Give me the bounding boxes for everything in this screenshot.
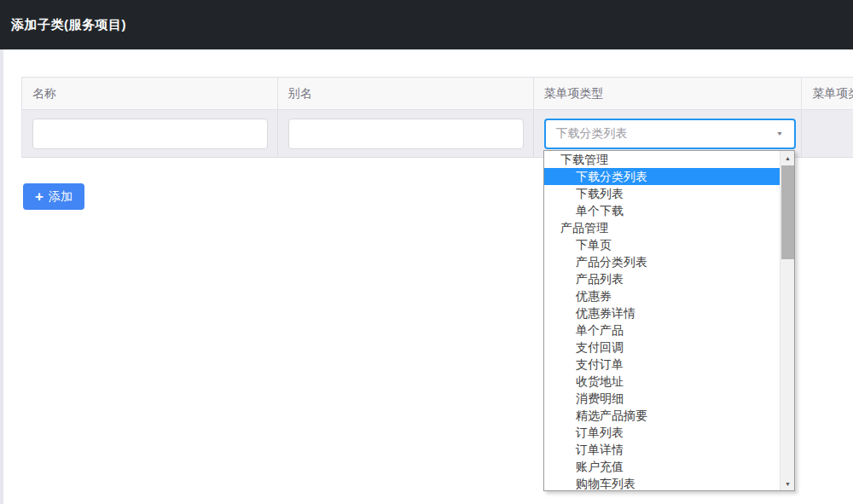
dropdown-item[interactable]: 下载管理 — [544, 151, 780, 168]
dropdown-item[interactable]: 订单详情 — [544, 441, 780, 458]
dropdown-item-label: 下单页 — [576, 238, 612, 252]
scrollbar-thumb[interactable] — [781, 165, 794, 259]
menu-type-select[interactable]: 下载分类列表 ▼ — [544, 119, 796, 149]
chevron-down-icon: ▼ — [776, 130, 784, 137]
menu-type-select-value: 下载分类列表 — [556, 126, 628, 142]
dropdown-item[interactable]: 单个下载 — [544, 202, 780, 219]
dropdown-item-label: 下载列表 — [576, 187, 624, 200]
dropdown-item-label: 优惠券 — [576, 289, 612, 303]
dropdown-item-label: 单个产品 — [576, 323, 624, 337]
column-header-menu-item-type-2: 菜单项类型 — [802, 78, 853, 109]
dropdown-item-label: 支付回调 — [576, 340, 624, 354]
dropdown-item-label: 订单列表 — [576, 426, 624, 439]
column-header-name: 名称 — [22, 78, 278, 109]
add-button[interactable]: + 添加 — [23, 183, 84, 210]
dropdown-item-label: 下载分类列表 — [576, 170, 647, 183]
scroll-up-icon[interactable]: ▲ — [780, 151, 795, 165]
dropdown-item[interactable]: 购物车列表 — [544, 475, 780, 490]
dropdown-item[interactable]: 订单列表 — [544, 424, 780, 441]
dropdown-item[interactable]: 支付订单 — [544, 356, 780, 373]
dropdown-item-label: 订单详情 — [576, 443, 624, 456]
dropdown-item-label: 产品管理 — [560, 221, 608, 235]
menu-type-dropdown: 下载管理 下载分类列表 下载列表 单个下载 产品管理 下单页 产品分类列表 产品… — [543, 150, 795, 491]
table-header-row: 名称 别名 菜单项类型 菜单项类型 — [22, 77, 853, 110]
dropdown-item-label: 优惠券详情 — [576, 306, 635, 320]
dropdown-item[interactable]: 收货地址 — [544, 373, 780, 390]
subcategory-form-table: 名称 别名 菜单项类型 菜单项类型 下载分类列表 ▼ — [21, 77, 853, 158]
dropdown-item-label: 消费明细 — [576, 391, 624, 405]
dropdown-item[interactable]: 精选产品摘要 — [544, 407, 780, 424]
alias-input[interactable] — [288, 119, 524, 149]
alias-cell — [278, 110, 534, 157]
name-input[interactable] — [32, 119, 268, 149]
scroll-down-icon[interactable]: ▼ — [780, 477, 795, 490]
add-button-label: 添加 — [49, 189, 73, 205]
dropdown-item-label: 账户充值 — [576, 460, 624, 473]
menu-type-cell-2 — [802, 110, 853, 157]
dropdown-item[interactable]: 账户充值 — [544, 458, 780, 475]
column-header-alias: 别名 — [278, 78, 534, 109]
page-title: 添加子类(服务项目) — [11, 17, 126, 33]
dropdown-item-label: 精选产品摘要 — [576, 408, 647, 422]
plus-icon: + — [35, 189, 44, 204]
name-cell — [22, 110, 278, 157]
dropdown-item-label: 产品列表 — [576, 272, 624, 286]
dropdown-item[interactable]: 消费明细 — [544, 390, 780, 407]
dropdown-item[interactable]: 下单页 — [544, 236, 780, 253]
dropdown-item-label: 收货地址 — [576, 374, 624, 388]
column-header-menu-item-type: 菜单项类型 — [534, 78, 803, 109]
dropdown-item-label: 购物车列表 — [576, 477, 635, 490]
dropdown-scrollbar[interactable]: ▲ ▼ — [780, 151, 794, 490]
dropdown-item-label: 单个下载 — [576, 204, 624, 217]
dropdown-item[interactable]: 优惠券 — [544, 287, 780, 304]
menu-type-listbox: 下载管理 下载分类列表 下载列表 单个下载 产品管理 下单页 产品分类列表 产品… — [544, 151, 780, 490]
dropdown-item[interactable]: 支付回调 — [544, 339, 780, 356]
dropdown-item[interactable]: 下载分类列表 — [544, 168, 780, 185]
dropdown-item[interactable]: 单个产品 — [544, 322, 780, 339]
dropdown-item-label: 下载管理 — [560, 153, 608, 166]
dropdown-item[interactable]: 产品列表 — [544, 270, 780, 287]
dropdown-item-label: 产品分类列表 — [576, 255, 647, 269]
titlebar: 添加子类(服务项目) — [0, 0, 853, 49]
dropdown-item-label: 支付订单 — [576, 357, 624, 371]
dropdown-item[interactable]: 优惠券详情 — [544, 304, 780, 322]
dropdown-item[interactable]: 产品分类列表 — [544, 253, 780, 270]
page-background-strip — [0, 49, 3, 504]
dropdown-item[interactable]: 下载列表 — [544, 185, 780, 202]
dropdown-item[interactable]: 产品管理 — [544, 219, 780, 236]
